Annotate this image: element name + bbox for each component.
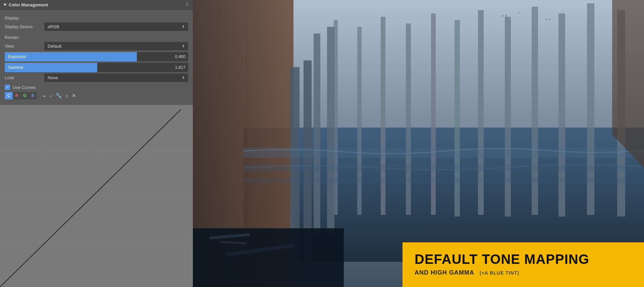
panel-header: Color Management ⠿ [0, 0, 193, 10]
curve-tab-r[interactable]: R [13, 92, 21, 99]
svg-text:∧ ∧: ∧ ∧ [501, 14, 507, 17]
svg-text:∧ ∧: ∧ ∧ [545, 17, 551, 21]
svg-rect-24 [558, 13, 565, 217]
view-value: Default [48, 44, 61, 49]
curve-wrench-icon[interactable]: 🔧 [56, 93, 62, 99]
gamma-row[interactable]: Gamma: 1.817 [5, 63, 188, 72]
overlay-sub-note: (+A BLUE TINT) [480, 270, 519, 276]
color-management-panel: Color Management ⠿ Display: Display Devi… [0, 0, 193, 287]
checkbox-check-icon: ✓ [6, 86, 9, 89]
view-row: View: Default ⬍ [5, 42, 188, 50]
use-curves-label: Use Curves [13, 85, 36, 90]
curve-graph[interactable] [0, 105, 193, 287]
svg-rect-27 [314, 34, 320, 235]
look-row: Look: None ⬍ [5, 74, 188, 82]
display-device-value: sRGB [48, 24, 59, 29]
svg-rect-28 [327, 27, 334, 235]
svg-rect-18 [406, 23, 411, 215]
curve-tabs-row: C R G B + − 🔧 ○ ✕ [5, 92, 188, 99]
svg-text:∧: ∧ [562, 10, 564, 12]
curve-add-point-icon[interactable]: + [43, 93, 46, 99]
exposure-fill [42, 52, 137, 61]
curve-circle-icon[interactable]: ○ [65, 93, 68, 99]
display-device-row: Display Device: sRGB ⬍ [5, 22, 188, 31]
panel-menu-icon[interactable]: ⠿ [185, 2, 190, 7]
exposure-value: 0.400 [175, 54, 185, 59]
curve-tab-c[interactable]: C [5, 92, 13, 99]
look-label: Look: [5, 76, 42, 80]
svg-rect-32 [243, 164, 644, 171]
use-curves-row: ✓ Use Curves [5, 85, 188, 90]
svg-rect-31 [243, 148, 644, 158]
panel-title-text: Color Management [9, 2, 48, 7]
overlay-sub-main: AND HIGH GAMMA [415, 269, 474, 276]
overlay-title: DEFAULT TONE MAPPING [415, 252, 632, 267]
svg-rect-17 [381, 17, 385, 215]
text-overlay: DEFAULT TONE MAPPING AND HIGH GAMMA (+A … [402, 242, 644, 287]
exposure-label: Exposure: [5, 52, 42, 61]
look-dropdown[interactable]: None ⬍ [44, 74, 188, 82]
display-section-label: Display: [5, 16, 188, 20]
display-device-label: Display Device: [5, 25, 42, 29]
use-curves-checkbox[interactable]: ✓ [5, 85, 10, 90]
display-device-arrow: ⬍ [182, 25, 185, 29]
view-label: View: [5, 44, 42, 49]
svg-text:∧: ∧ [518, 11, 520, 14]
collapse-icon[interactable] [3, 4, 7, 6]
look-value: None [48, 75, 58, 80]
scene-image: ∧ ∧ ∧ ∧ ∧ ∧ DEFAULT TONE MAPPING AND HIG… [193, 0, 644, 287]
svg-rect-16 [357, 27, 362, 215]
gamma-label: Gamma: [5, 63, 42, 72]
gamma-fill [42, 63, 97, 72]
svg-rect-20 [454, 20, 460, 217]
curve-tab-g[interactable]: G [21, 92, 29, 99]
curve-close-icon[interactable]: ✕ [72, 93, 76, 99]
svg-rect-33 [243, 178, 644, 183]
render-section-label: Render: [5, 35, 188, 40]
panel-content: Display: Display Device: sRGB ⬍ Render: … [0, 10, 193, 105]
scene-panel: ∧ ∧ ∧ ∧ ∧ ∧ DEFAULT TONE MAPPING AND HIG… [193, 0, 644, 287]
svg-rect-22 [505, 17, 511, 217]
view-arrow: ⬍ [182, 44, 185, 48]
curve-tab-b[interactable]: B [29, 92, 37, 99]
svg-rect-23 [532, 7, 538, 215]
look-arrow: ⬍ [182, 76, 185, 80]
view-dropdown[interactable]: Default ⬍ [44, 42, 188, 50]
exposure-row[interactable]: Exposure: 0.400 [5, 52, 188, 61]
overlay-subtitle: AND HIGH GAMMA (+A BLUE TINT) [415, 269, 632, 276]
svg-rect-25 [587, 3, 594, 215]
curve-remove-point-icon[interactable]: − [49, 93, 52, 99]
panel-title: Color Management [3, 2, 48, 7]
display-device-dropdown[interactable]: sRGB ⬍ [44, 22, 188, 31]
exposure-track[interactable]: 0.400 [42, 52, 188, 61]
gamma-track[interactable]: 1.817 [42, 63, 188, 72]
svg-line-6 [0, 109, 181, 287]
svg-rect-19 [431, 13, 436, 215]
gamma-value: 1.817 [175, 65, 185, 70]
svg-rect-21 [478, 10, 484, 215]
curve-svg [0, 105, 193, 287]
curve-tools: + − 🔧 ○ ✕ [43, 93, 76, 99]
